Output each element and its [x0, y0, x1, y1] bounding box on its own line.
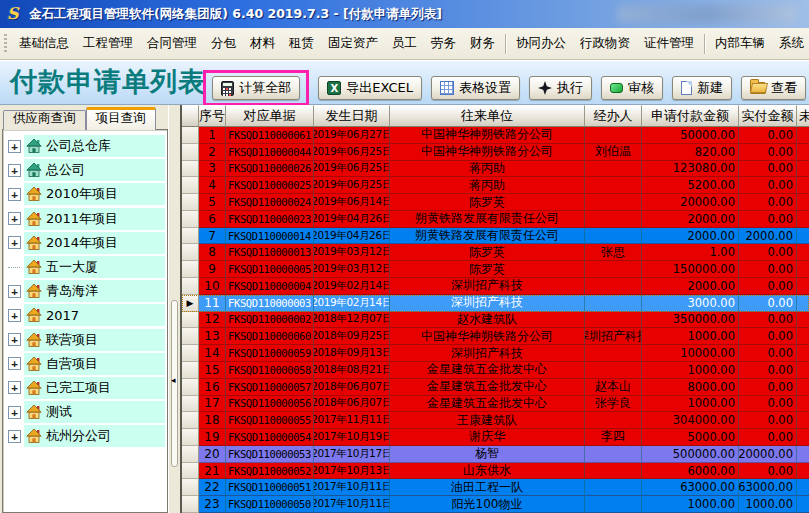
- cell-date[interactable]: 2019年06月27日: [314, 127, 390, 144]
- row-selector-cell[interactable]: [182, 211, 199, 228]
- cell-seq[interactable]: 13: [199, 328, 226, 345]
- row-selector-cell[interactable]: [182, 412, 199, 429]
- cell-seq[interactable]: 11: [199, 295, 226, 312]
- cell-request-amount[interactable]: 2000.00: [642, 228, 739, 245]
- cell-doc-no[interactable]: FKSQD110000002: [226, 312, 314, 329]
- cell-doc-no[interactable]: FKSQD110000058: [226, 362, 314, 379]
- menu-item[interactable]: 材料: [243, 35, 282, 52]
- cell-paid-amount[interactable]: 0.00: [739, 463, 797, 480]
- table-row[interactable]: 3 FKSQD110000026 2019年06月25日 蒋丙助 123080.…: [182, 161, 809, 178]
- cell-unpaid-amount[interactable]: [797, 396, 809, 413]
- column-header[interactable]: 申请付款金额: [642, 105, 739, 127]
- cell-agent[interactable]: [585, 261, 642, 278]
- cell-date[interactable]: 2017年10月11日: [314, 496, 390, 513]
- menu-item[interactable]: 合同管理: [140, 35, 204, 52]
- table-row[interactable]: 1 FKSQD110000061 2019年06月27日 中国神华神朔铁路分公司…: [182, 127, 809, 144]
- cell-agent[interactable]: 张思: [585, 244, 642, 261]
- cell-agent[interactable]: [585, 127, 642, 144]
- cell-date[interactable]: 2019年03月12日: [314, 261, 390, 278]
- cell-seq[interactable]: 9: [199, 261, 226, 278]
- tree-item[interactable]: 测试: [8, 400, 165, 424]
- table-row[interactable]: 4 FKSQD110000025 2019年06月25日 蒋丙助 5200.00…: [182, 177, 809, 194]
- cell-doc-no[interactable]: FKSQD110000050: [226, 496, 314, 513]
- row-selector-cell[interactable]: [182, 244, 199, 261]
- cell-request-amount[interactable]: 1000.00: [642, 328, 739, 345]
- expand-plus-icon[interactable]: [8, 261, 21, 274]
- table-row[interactable]: 15 FKSQD110000058 2018年08月21日 金星建筑五金批发中心…: [182, 362, 809, 379]
- cell-paid-amount[interactable]: 2000.00: [739, 228, 797, 245]
- cell-doc-no[interactable]: FKSQD110000059: [226, 345, 314, 362]
- cell-request-amount[interactable]: 6000.00: [642, 463, 739, 480]
- cell-agent[interactable]: [585, 161, 642, 178]
- cell-seq[interactable]: 4: [199, 177, 226, 194]
- cell-party[interactable]: 中国神华神朔铁路分公司: [390, 328, 585, 345]
- cell-paid-amount[interactable]: 20000.00: [739, 446, 797, 463]
- cell-date[interactable]: 2018年06月07日: [314, 379, 390, 396]
- cell-doc-no[interactable]: FKSQD110000055: [226, 412, 314, 429]
- cell-paid-amount[interactable]: 0.00: [739, 412, 797, 429]
- table-row[interactable]: 22 FKSQD110000051 2017年10月11日 油田工程一队 630…: [182, 479, 809, 496]
- menu-item[interactable]: 协同办公: [509, 35, 573, 52]
- tree-item[interactable]: 总公司: [8, 158, 165, 182]
- cell-doc-no[interactable]: FKSQD110000060: [226, 328, 314, 345]
- cell-date[interactable]: 2019年06月25日: [314, 144, 390, 161]
- table-row[interactable]: 21 FKSQD110000052 2017年10月13日 山东供水 6000.…: [182, 463, 809, 480]
- row-selector-cell[interactable]: [182, 177, 199, 194]
- toolbar-button[interactable]: 审核: [601, 76, 663, 100]
- expand-plus-icon[interactable]: [8, 333, 21, 346]
- table-row[interactable]: 12 FKSQD110000002 2018年12月07日 赵水建筑队 3500…: [182, 312, 809, 329]
- cell-seq[interactable]: 7: [199, 228, 226, 245]
- cell-request-amount[interactable]: 3000.00: [642, 295, 739, 312]
- cell-request-amount[interactable]: 1000.00: [642, 396, 739, 413]
- splitter-bar[interactable]: ◂: [168, 105, 180, 513]
- cell-agent[interactable]: [585, 412, 642, 429]
- cell-unpaid-amount[interactable]: [797, 312, 809, 329]
- cell-paid-amount[interactable]: 0.00: [739, 261, 797, 278]
- expand-plus-icon[interactable]: [8, 164, 21, 177]
- cell-paid-amount[interactable]: 0.00: [739, 429, 797, 446]
- table-row[interactable]: 10 FKSQD110000004 2019年02月14日 深圳招产科技 200…: [182, 278, 809, 295]
- column-header[interactable]: 经办人: [585, 105, 642, 127]
- row-selector-cell[interactable]: [182, 144, 199, 161]
- cell-date[interactable]: 2019年04月26日: [314, 211, 390, 228]
- menu-item[interactable]: 工程管理: [76, 35, 140, 52]
- cell-agent[interactable]: [585, 463, 642, 480]
- cell-request-amount[interactable]: 350000.00: [642, 312, 739, 329]
- table-row[interactable]: 14 FKSQD110000059 2018年09月13日 深圳招产科技 100…: [182, 345, 809, 362]
- cell-unpaid-amount[interactable]: [797, 463, 809, 480]
- table-row[interactable]: 18 FKSQD110000055 2017年11月11日 王康建筑队 3040…: [182, 412, 809, 429]
- row-selector-cell[interactable]: [182, 396, 199, 413]
- cell-unpaid-amount[interactable]: [797, 295, 809, 312]
- table-row[interactable]: 6 FKSQD110000023 2019年04月26日 朔黄铁路发展有限责任公…: [182, 211, 809, 228]
- tree-item-strip[interactable]: 公司总仓库: [24, 135, 165, 157]
- cell-party[interactable]: 蒋丙助: [390, 161, 585, 178]
- cell-seq[interactable]: 2: [199, 144, 226, 161]
- cell-paid-amount[interactable]: 1000.00: [739, 496, 797, 513]
- tree-item-strip[interactable]: 杭州分公司: [24, 425, 165, 447]
- cell-request-amount[interactable]: 1.00: [642, 244, 739, 261]
- table-row[interactable]: 13 FKSQD110000060 2018年09月25日 中国神华神朔铁路分公…: [182, 328, 809, 345]
- toolbar-button[interactable]: 新建: [672, 76, 732, 100]
- cell-paid-amount[interactable]: 0.00: [739, 295, 797, 312]
- table-row[interactable]: 19 FKSQD110000054 2017年10月19日 谢庆华 李四 500…: [182, 429, 809, 446]
- cell-agent[interactable]: [585, 479, 642, 496]
- cell-party[interactable]: 深圳招产科技: [390, 295, 585, 312]
- expand-plus-icon[interactable]: [8, 309, 21, 322]
- expand-plus-icon[interactable]: [8, 285, 21, 298]
- column-header[interactable]: 对应单据: [226, 105, 314, 127]
- cell-unpaid-amount[interactable]: [797, 345, 809, 362]
- tree-item[interactable]: 2014年项目: [8, 231, 165, 255]
- cell-seq[interactable]: 16: [199, 379, 226, 396]
- toolbar-button[interactable]: 查看: [741, 76, 806, 100]
- cell-party[interactable]: 金星建筑五金批发中心: [390, 379, 585, 396]
- menu-item[interactable]: 劳务: [424, 35, 463, 52]
- menu-grip-handle[interactable]: [4, 34, 7, 54]
- row-selector-cell[interactable]: [182, 161, 199, 178]
- cell-agent[interactable]: 张学良: [585, 396, 642, 413]
- table-row[interactable]: 8 FKSQD110000013 2019年03月12日 陈罗英 张思 1.00…: [182, 244, 809, 261]
- cell-seq[interactable]: 1: [199, 127, 226, 144]
- tree-item-strip[interactable]: 联营项目: [24, 329, 165, 351]
- table-row[interactable]: 11 FKSQD110000003 2019年02月14日 深圳招产科技 300…: [182, 295, 809, 312]
- cell-party[interactable]: 杨智: [390, 446, 585, 463]
- cell-date[interactable]: 2018年12月07日: [314, 312, 390, 329]
